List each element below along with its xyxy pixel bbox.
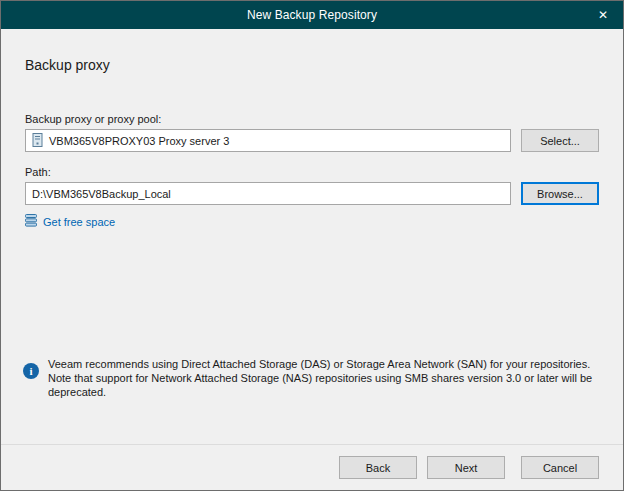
close-button[interactable]: ✕ — [583, 1, 623, 29]
proxy-input[interactable]: VBM365V8PROXY03 Proxy server 3 — [25, 129, 511, 152]
next-button[interactable]: Next — [427, 456, 505, 479]
proxy-label: Backup proxy or proxy pool: — [25, 113, 599, 125]
browse-button[interactable]: Browse... — [521, 182, 599, 205]
path-input-value: D:\VBM365V8Backup_Local — [32, 188, 171, 200]
close-icon: ✕ — [598, 8, 608, 22]
select-button[interactable]: Select... — [521, 129, 599, 152]
page-title: Backup proxy — [25, 57, 623, 73]
path-label: Path: — [25, 166, 599, 178]
info-block: i Veeam recommends using Direct Attached… — [23, 357, 597, 399]
cancel-button[interactable]: Cancel — [521, 456, 599, 479]
get-free-space-link[interactable]: Get free space — [43, 216, 115, 228]
path-input[interactable]: D:\VBM365V8Backup_Local — [25, 182, 511, 205]
path-row: D:\VBM365V8Backup_Local Browse... — [25, 182, 599, 205]
proxy-row: VBM365V8PROXY03 Proxy server 3 Select... — [25, 129, 599, 152]
info-text: Veeam recommends using Direct Attached S… — [48, 357, 597, 399]
info-icon: i — [23, 363, 39, 379]
dialog-footer: Back Next Cancel — [1, 444, 623, 490]
titlebar: New Backup Repository ✕ — [1, 1, 623, 29]
window-title: New Backup Repository — [247, 8, 377, 22]
proxy-server-icon — [32, 133, 43, 149]
new-backup-repository-dialog: New Backup Repository ✕ Backup proxy Bac… — [0, 0, 624, 491]
disk-stack-icon — [25, 213, 37, 231]
dialog-content: Backup proxy Backup proxy or proxy pool:… — [1, 29, 623, 444]
proxy-input-value: VBM365V8PROXY03 Proxy server 3 — [49, 135, 229, 147]
free-space-row: Get free space — [25, 213, 599, 231]
back-button[interactable]: Back — [339, 456, 417, 479]
